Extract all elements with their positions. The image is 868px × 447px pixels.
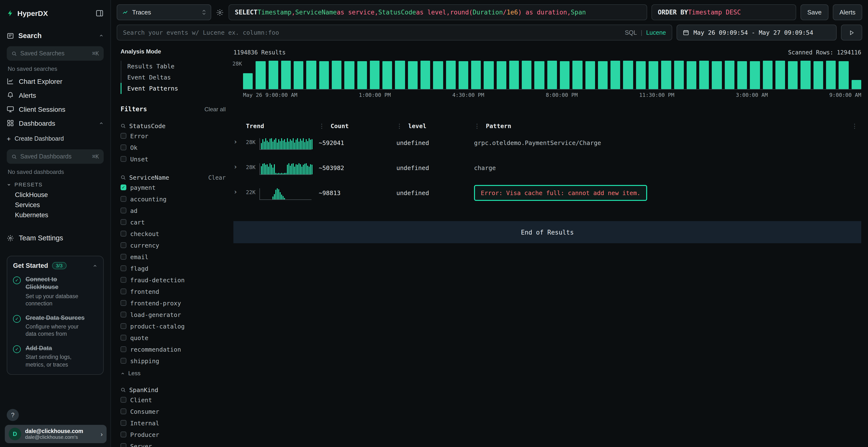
sql-toggle[interactable]: SQL [625, 29, 637, 36]
user-menu[interactable]: D dale@clickhouse.com dale@clickhouse.co… [5, 425, 106, 443]
filter-option-client[interactable]: Client [121, 394, 226, 405]
checkbox[interactable] [121, 397, 126, 403]
saved-searches-input[interactable]: Saved Searches ⌘K [7, 46, 104, 61]
order-by-editor[interactable]: ORDER BY Timestamp DESC [651, 4, 796, 20]
filter-option-frontend-proxy[interactable]: frontend-proxy [121, 298, 226, 308]
filter-option-load-generator[interactable]: load-generator [121, 309, 226, 320]
help-button[interactable]: ? [7, 409, 19, 421]
filter-option-server[interactable]: Server [121, 441, 226, 447]
collapse-sidebar-icon[interactable] [95, 9, 104, 17]
sidebar-item-chart-explorer[interactable]: Chart Explorer [7, 74, 104, 88]
results-histogram[interactable]: 28K May 26 9:00:00 AM1:00:00 PM4:30:00 P… [234, 61, 861, 98]
clear-facet-link[interactable]: Clear [208, 174, 226, 181]
filter-group-header[interactable]: StatusCode [121, 122, 226, 130]
expand-row-icon[interactable]: › [234, 163, 238, 171]
create-dashboard-button[interactable]: + Create Dashboard [7, 132, 104, 145]
clear-all-link[interactable]: Clear all [205, 106, 226, 112]
filter-option-fraud-detection[interactable]: fraud-detection [121, 275, 226, 285]
checkbox[interactable] [121, 156, 126, 162]
column-drag-handle[interactable]: ⋮ [474, 122, 480, 130]
checkbox[interactable] [121, 231, 126, 237]
preset-services[interactable]: Services [7, 200, 104, 210]
table-menu-icon[interactable]: ⋮ [851, 122, 861, 130]
sidebar-item-dashboards[interactable]: Dashboards [7, 116, 104, 130]
filter-option-producer[interactable]: Producer [121, 429, 226, 440]
filter-option-product-catalog[interactable]: product-catalog [121, 321, 226, 332]
checkbox[interactable] [121, 443, 126, 447]
alerts-button[interactable]: Alerts [833, 4, 862, 20]
filter-option-currency[interactable]: currency [121, 240, 226, 250]
search-section-toggle[interactable]: Search [7, 29, 104, 42]
checkbox[interactable] [121, 144, 126, 150]
expand-row-icon[interactable]: › [234, 138, 238, 145]
save-button[interactable]: Save [801, 4, 828, 20]
checkbox[interactable] [121, 420, 126, 426]
get-started-item[interactable]: ✓Create Data SourcesConfigure where your… [13, 314, 97, 338]
filter-option-consumer[interactable]: Consumer [121, 406, 226, 417]
filter-option-quote[interactable]: quote [121, 332, 226, 343]
run-query-button[interactable] [841, 25, 862, 40]
filter-option-ad[interactable]: ad [121, 205, 226, 216]
analysis-mode-event-deltas[interactable]: Event Deltas [121, 72, 226, 83]
checkbox[interactable] [121, 219, 126, 225]
expand-row-icon[interactable]: › [234, 188, 238, 196]
checkbox[interactable] [121, 335, 126, 341]
checkbox[interactable] [121, 133, 126, 139]
hyperdx-logo[interactable]: HyperDX [7, 9, 48, 17]
sidebar-item-client-sessions[interactable]: Client Sessions [7, 102, 104, 116]
source-select[interactable]: Traces [117, 4, 211, 20]
checkbox[interactable] [121, 300, 126, 306]
checkbox[interactable] [121, 312, 126, 317]
checkbox[interactable] [121, 242, 126, 248]
filter-option-ok[interactable]: Ok [121, 142, 226, 153]
saved-dashboards-input[interactable]: Saved Dashboards ⌘K [7, 149, 104, 164]
checkbox[interactable] [121, 358, 126, 364]
checkbox[interactable] [121, 409, 126, 414]
column-header-level[interactable]: ⋮ level [396, 122, 474, 130]
get-started-header[interactable]: Get Started 3/3 [13, 262, 97, 269]
filter-option-error[interactable]: Error [121, 131, 226, 141]
checkbox[interactable] [121, 288, 126, 294]
column-header-trend[interactable]: Trend [246, 122, 319, 130]
sidebar-item-team-settings[interactable]: Team Settings [7, 231, 104, 245]
filter-option-checkout[interactable]: checkout [121, 228, 226, 239]
filter-option-recommendation[interactable]: recommendation [121, 344, 226, 354]
filter-option-payment[interactable]: ✓payment [121, 182, 226, 193]
show-less-toggle[interactable]: Less [121, 370, 226, 377]
checkbox[interactable] [121, 323, 126, 329]
get-started-item[interactable]: ✓Add DataStart sending logs, metrics, or… [13, 344, 97, 369]
preset-clickhouse[interactable]: ClickHouse [7, 190, 104, 200]
column-drag-handle[interactable]: ⋮ [396, 122, 402, 130]
pattern-row[interactable]: ›28K~503982undefinedcharge [234, 163, 861, 180]
lucene-toggle[interactable]: Lucene [646, 29, 666, 36]
sidebar-item-alerts[interactable]: Alerts [7, 88, 104, 102]
filter-option-internal[interactable]: Internal [121, 418, 226, 428]
get-started-item[interactable]: ✓Connect to ClickHouseSet up your databa… [13, 276, 97, 308]
analysis-mode-event-patterns[interactable]: Event Patterns [121, 83, 226, 94]
checkbox[interactable] [121, 346, 126, 352]
date-range-picker[interactable]: May 26 09:09:54 - May 27 09:09:54 [677, 25, 837, 40]
filter-option-email[interactable]: email [121, 251, 226, 262]
checkbox[interactable] [121, 254, 126, 260]
checkbox[interactable] [121, 196, 126, 202]
checkbox[interactable]: ✓ [121, 184, 126, 190]
pattern-row[interactable]: ›28K~592041undefinedgrpc.oteldemo.Paymen… [234, 138, 861, 154]
filter-group-header[interactable]: ServiceNameClear [121, 174, 226, 181]
filter-option-unset[interactable]: Unset [121, 153, 226, 164]
filter-option-flagd[interactable]: flagd [121, 263, 226, 274]
column-drag-handle[interactable]: ⋮ [319, 122, 325, 130]
sql-query-editor[interactable]: SELECT Timestamp, ServiceName as service… [228, 4, 647, 20]
filter-option-frontend[interactable]: frontend [121, 286, 226, 297]
checkbox[interactable] [121, 265, 126, 271]
presets-toggle[interactable]: PRESETS [7, 179, 104, 190]
filter-option-cart[interactable]: cart [121, 217, 226, 227]
column-header-count[interactable]: ⋮ Count [319, 122, 396, 130]
checkbox[interactable] [121, 432, 126, 437]
source-settings-gear-icon[interactable] [216, 8, 224, 16]
preset-kubernetes[interactable]: Kubernetes [7, 210, 104, 220]
filter-group-header[interactable]: SpanKind [121, 386, 226, 393]
search-input[interactable] [123, 29, 621, 36]
pattern-row[interactable]: ›22K~98813undefinedError: Visa cache ful… [234, 188, 861, 205]
filter-option-accounting[interactable]: accounting [121, 194, 226, 204]
column-header-pattern[interactable]: ⋮ Pattern [474, 122, 851, 130]
